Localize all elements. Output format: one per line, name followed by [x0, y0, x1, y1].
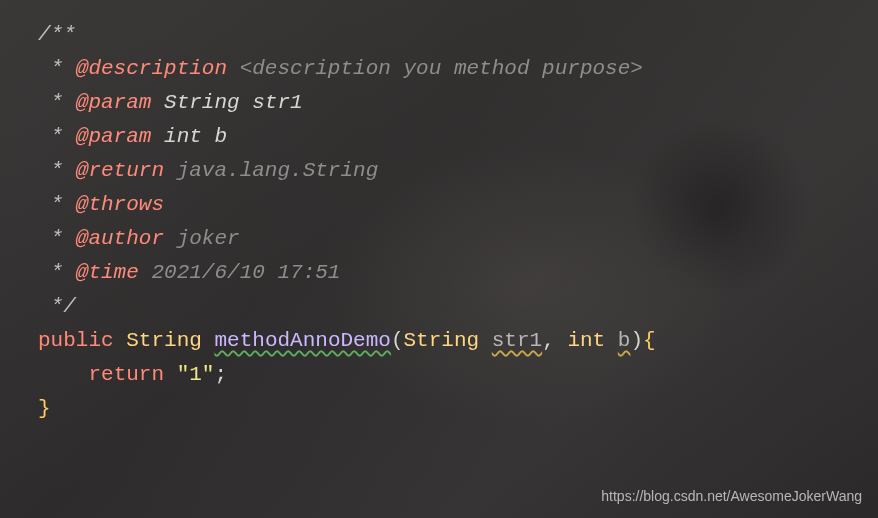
param-name: str1	[492, 329, 542, 352]
param-value: String str1	[151, 91, 302, 114]
author-value: joker	[164, 227, 240, 250]
type-int: int	[567, 329, 605, 352]
comment-star: *	[38, 91, 76, 114]
code-line: /**	[38, 18, 878, 52]
method-name: methodAnnoDemo	[214, 329, 390, 352]
comment-star: *	[38, 261, 76, 284]
code-line: * @param int b	[38, 120, 878, 154]
return-value: java.lang.String	[164, 159, 378, 182]
semicolon: ;	[214, 363, 227, 386]
comment-open: /**	[38, 23, 76, 46]
code-line: * @param String str1	[38, 86, 878, 120]
param-name: b	[618, 329, 631, 352]
code-line: * @throws	[38, 188, 878, 222]
tag-param: @param	[76, 91, 152, 114]
comment-star: *	[38, 125, 76, 148]
watermark-text: https://blog.csdn.net/AwesomeJokerWang	[601, 485, 862, 508]
time-value: 2021/6/10 17:51	[139, 261, 341, 284]
comment-star: *	[38, 193, 76, 216]
paren-open: (	[391, 329, 404, 352]
tag-param: @param	[76, 125, 152, 148]
code-line: * @description <description you method p…	[38, 52, 878, 86]
code-line: * @time 2021/6/10 17:51	[38, 256, 878, 290]
code-editor[interactable]: /** * @description <description you meth…	[0, 0, 878, 426]
tag-time: @time	[76, 261, 139, 284]
keyword-public: public	[38, 329, 114, 352]
keyword-return: return	[88, 363, 164, 386]
code-line: }	[38, 392, 878, 426]
code-line: * @return java.lang.String	[38, 154, 878, 188]
string-literal: "1"	[177, 363, 215, 386]
brace-open: {	[643, 329, 656, 352]
comment-star: *	[38, 57, 76, 80]
tag-throws: @throws	[76, 193, 164, 216]
type-string: String	[126, 329, 202, 352]
type-string: String	[404, 329, 480, 352]
description-value: <description you method purpose>	[227, 57, 643, 80]
code-line: * @author joker	[38, 222, 878, 256]
code-line: return "1";	[38, 358, 878, 392]
comment-close: */	[38, 295, 76, 318]
code-line: public String methodAnnoDemo(String str1…	[38, 324, 878, 358]
comment-star: *	[38, 227, 76, 250]
param-value: int b	[151, 125, 227, 148]
tag-author: @author	[76, 227, 164, 250]
code-line: */	[38, 290, 878, 324]
comment-star: *	[38, 159, 76, 182]
tag-return: @return	[76, 159, 164, 182]
brace-close: }	[38, 397, 51, 420]
tag-description: @description	[76, 57, 227, 80]
paren-close: )	[630, 329, 643, 352]
